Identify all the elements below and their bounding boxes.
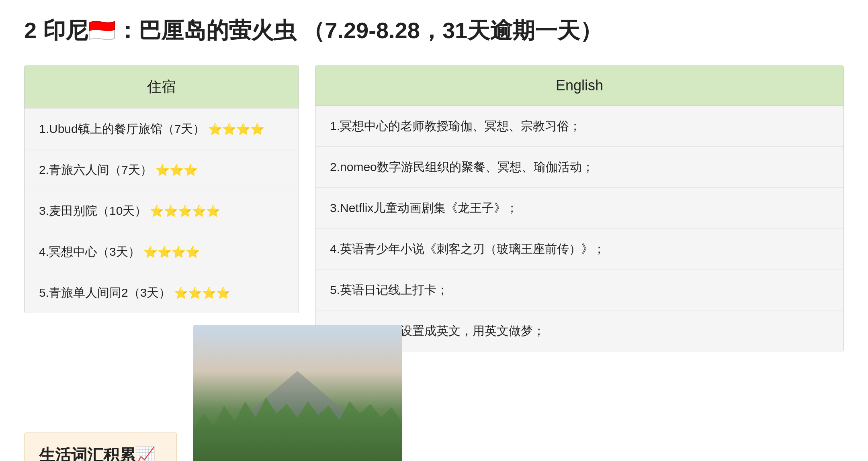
english-header: English (315, 66, 843, 106)
left-column: 住宿 1.Ubud镇上的餐厅旅馆（7天）⭐⭐⭐⭐ 2.青旅六人间（7天）⭐⭐⭐ … (24, 65, 299, 461)
table-row: 1.冥想中心的老师教授瑜伽、冥想、宗教习俗； (315, 106, 843, 147)
english-item-4: 4.英语青少年小说《刺客之刃（玻璃王座前传）》； (330, 242, 605, 255)
english-item-5: 5.英语日记线上打卡； (330, 283, 448, 296)
english-item-1: 1.冥想中心的老师教授瑜伽、冥想、宗教习俗； (330, 119, 581, 133)
english-body: 1.冥想中心的老师教授瑜伽、冥想、宗教习俗； 2.nomeo数字游民组织的聚餐、… (315, 106, 843, 351)
table-row: 2.青旅六人间（7天）⭐⭐⭐ (25, 149, 299, 190)
table-row: 4.英语青少年小说《刺客之刃（玻璃王座前传）》； (315, 228, 843, 269)
page-title: 2 印尼🇮🇩：巴厘岛的萤火虫 （7.29-8.28，31天逾期一天） (24, 16, 844, 45)
bottom-section: 生活词汇积累📈 (24, 325, 299, 461)
bali-photo (193, 325, 402, 461)
accommodation-header: 住宿 (25, 66, 299, 108)
table-row: 3.麦田别院（10天）⭐⭐⭐⭐⭐ (25, 190, 299, 231)
stars-2: ⭐⭐⭐ (156, 164, 198, 176)
table-row: 1.Ubud镇上的餐厅旅馆（7天）⭐⭐⭐⭐ (25, 108, 299, 149)
accommodation-item-2: 2.青旅六人间（7天） (39, 163, 152, 176)
table-row: 5.青旅单人间同2（3天）⭐⭐⭐⭐ (25, 272, 299, 313)
accommodation-item-3: 3.麦田别院（10天） (39, 204, 147, 217)
stars-1: ⭐⭐⭐⭐ (208, 123, 264, 135)
accommodation-item-1: 1.Ubud镇上的餐厅旅馆（7天） (39, 122, 205, 135)
right-column: English 1.冥想中心的老师教授瑜伽、冥想、宗教习俗； 2.nomeo数字… (315, 65, 844, 351)
english-table: English 1.冥想中心的老师教授瑜伽、冥想、宗教习俗； 2.nomeo数字… (315, 65, 844, 351)
accommodation-item-4: 4.冥想中心（3天） (39, 245, 140, 258)
table-row: 4.冥想中心（3天）⭐⭐⭐⭐ (25, 231, 299, 272)
stars-3: ⭐⭐⭐⭐⭐ (150, 205, 220, 217)
english-item-2: 2.nomeo数字游民组织的聚餐、冥想、瑜伽活动； (330, 160, 594, 173)
table-row: 3.Netflix儿童动画剧集《龙王子》； (315, 188, 843, 228)
table-row: 5.英语日记线上打卡； (315, 269, 843, 310)
photo-image (193, 325, 402, 461)
table-row: 2.nomeo数字游民组织的聚餐、冥想、瑜伽活动； (315, 147, 843, 188)
accommodation-body: 1.Ubud镇上的餐厅旅馆（7天）⭐⭐⭐⭐ 2.青旅六人间（7天）⭐⭐⭐ 3.麦… (25, 108, 299, 313)
english-item-3: 3.Netflix儿童动画剧集《龙王子》； (330, 201, 518, 214)
accommodation-item-5: 5.青旅单人间同2（3天） (39, 286, 171, 299)
stars-5: ⭐⭐⭐⭐ (174, 287, 230, 299)
accommodation-table: 住宿 1.Ubud镇上的餐厅旅馆（7天）⭐⭐⭐⭐ 2.青旅六人间（7天）⭐⭐⭐ … (24, 65, 299, 313)
vocab-box: 生活词汇积累📈 (24, 432, 177, 461)
stars-4: ⭐⭐⭐⭐ (143, 246, 200, 258)
